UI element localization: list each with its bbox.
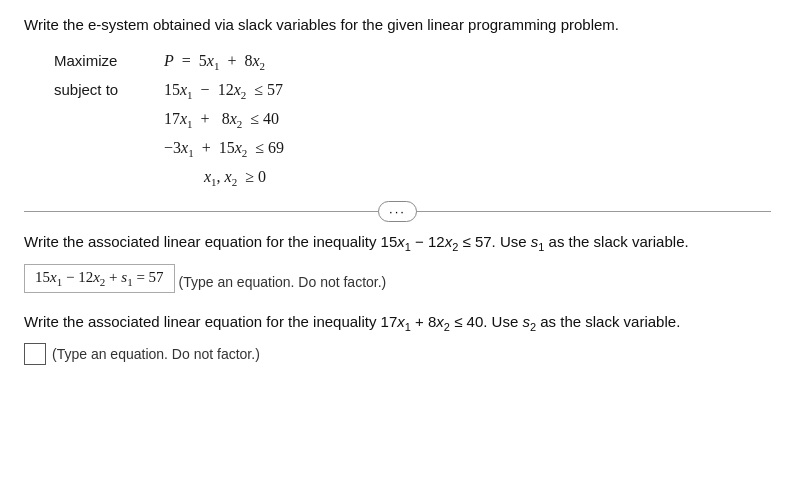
q1-type-hint: (Type an equation. Do not factor.)	[175, 274, 387, 290]
q2-instruction: Write the associated linear equation for…	[24, 311, 771, 336]
q2-answer-row: (Type an equation. Do not factor.)	[24, 343, 771, 365]
maximize-label: Maximize	[54, 48, 164, 74]
non-negativity-row: x1, x2 ≥ 0	[54, 163, 771, 192]
q1-answer-row: 15x1 − 12x2 + s1 = 57 (Type an equation.…	[24, 264, 771, 301]
q2-type-hint: (Type an equation. Do not factor.)	[52, 346, 260, 362]
q1-instruction: Write the associated linear equation for…	[24, 231, 771, 256]
q2-input-box[interactable]	[24, 343, 46, 365]
subject-to-row: subject to 15x1 − 12x2 ≤ 57	[54, 76, 771, 105]
divider-container: ···	[24, 201, 771, 221]
p-var: P	[164, 47, 174, 74]
maximize-expr: 5x1 + 8x2	[199, 47, 265, 76]
constraint1: 15x1 − 12x2 ≤ 57	[164, 76, 283, 105]
constraint3-row: −3x1 + 15x2 ≤ 69	[54, 134, 771, 163]
maximize-eq: P = 5x1 + 8x2	[164, 47, 265, 76]
page: Write the e-system obtained via slack va…	[0, 0, 795, 502]
math-problem-block: Maximize P = 5x1 + 8x2 subject to 15x1	[54, 47, 771, 191]
constraint2-row: 17x1 + 8x2 ≤ 40	[54, 105, 771, 134]
constraint3: −3x1 + 15x2 ≤ 69	[164, 134, 284, 163]
more-button[interactable]: ···	[378, 201, 417, 222]
main-instruction: Write the e-system obtained via slack va…	[24, 16, 771, 33]
maximize-row: Maximize P = 5x1 + 8x2	[54, 47, 771, 76]
q1-answer-box: 15x1 − 12x2 + s1 = 57	[24, 264, 175, 293]
non-negativity: x1, x2 ≥ 0	[164, 163, 266, 192]
subject-to-label: subject to	[54, 77, 164, 103]
constraint2: 17x1 + 8x2 ≤ 40	[164, 105, 279, 134]
